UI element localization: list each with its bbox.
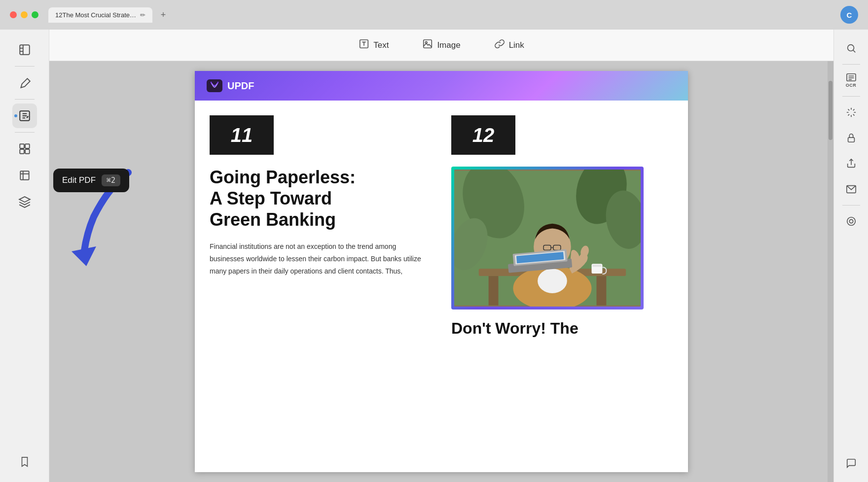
traffic-lights — [10, 11, 38, 18]
sidebar-icon-annotate[interactable] — [12, 70, 37, 95]
svg-point-49 — [849, 219, 853, 223]
right-sidebar: OCR — [833, 30, 868, 482]
pdf-page: UPDF 11 Going Paperless:A Step TowardGre… — [195, 71, 688, 472]
main-content: UPDF 11 Going Paperless:A Step TowardGre… — [49, 61, 833, 482]
maximize-button[interactable] — [32, 11, 38, 18]
image-icon — [422, 38, 433, 52]
section-12-image — [451, 167, 644, 310]
svg-rect-0 — [20, 45, 30, 55]
section-11-heading: Going Paperless:A Step TowardGreen Banki… — [210, 167, 432, 231]
tab-area: 12The Most Crucial Strate… ✏ + — [48, 7, 170, 23]
brand-name: UPDF — [227, 80, 254, 92]
sidebar-icon-book[interactable] — [12, 37, 37, 62]
svg-line-41 — [853, 50, 855, 52]
svg-rect-9 — [25, 144, 30, 148]
title-bar: 12The Most Crucial Strate… ✏ + C — [0, 0, 868, 30]
minimize-button[interactable] — [21, 11, 28, 18]
sidebar-icon-organize[interactable] — [12, 137, 37, 161]
svg-rect-12 — [20, 171, 29, 179]
sidebar-divider-1 — [15, 66, 35, 67]
svg-rect-10 — [20, 149, 24, 154]
section-12-subheading: Don't Worry! The — [451, 319, 673, 338]
sidebar-icon-crop[interactable] — [12, 163, 37, 188]
toolbar-link-button[interactable]: Link — [487, 34, 531, 56]
toolbar-text-button[interactable]: Text — [352, 34, 396, 56]
active-indicator — [14, 114, 17, 117]
svg-point-50 — [847, 217, 855, 226]
right-divider-3 — [842, 205, 860, 206]
avatar[interactable]: C — [840, 6, 858, 24]
svg-rect-46 — [848, 138, 854, 142]
tab-edit-icon[interactable]: ✏ — [140, 11, 145, 19]
top-toolbar: Text Image Link — [49, 30, 833, 61]
text-icon — [359, 38, 369, 52]
share-right-icon[interactable] — [840, 153, 862, 174]
tab-active[interactable]: 12The Most Crucial Strate… ✏ — [48, 7, 152, 23]
sidebar-divider-3 — [15, 132, 35, 133]
right-divider-2 — [842, 96, 860, 97]
ocr-label: OCR — [846, 83, 857, 88]
tooltip-shortcut: ⌘2 — [102, 174, 120, 186]
image-border — [451, 167, 644, 310]
comment-right-icon[interactable] — [840, 452, 862, 474]
pdf-section-11: 11 Going Paperless:A Step TowardGreen Ba… — [210, 115, 441, 338]
scrollbar-track[interactable] — [828, 61, 833, 482]
svg-point-27 — [538, 269, 567, 293]
new-tab-button[interactable]: + — [156, 8, 170, 22]
text-label: Text — [373, 40, 389, 50]
sidebar-bottom — [12, 449, 37, 474]
app-body: Text Image Link — [0, 30, 868, 482]
tooltip-label: Edit PDF — [62, 175, 96, 185]
svg-rect-16 — [424, 40, 432, 48]
tab-title: 12The Most Crucial Strate… — [55, 11, 136, 19]
left-sidebar — [0, 30, 49, 482]
svg-rect-8 — [20, 144, 24, 148]
updf-logo-icon — [207, 79, 222, 92]
tooltip-bubble: Edit PDF ⌘2 — [53, 169, 129, 192]
svg-point-40 — [847, 45, 854, 51]
sidebar-divider-2 — [15, 99, 35, 100]
sidebar-icon-layers[interactable] — [12, 190, 37, 214]
ocr-right-icon[interactable]: OCR — [840, 69, 862, 91]
svg-rect-25 — [596, 276, 606, 306]
protect-right-icon[interactable] — [840, 127, 862, 149]
image-inner — [454, 170, 641, 307]
scrollbar-thumb[interactable] — [829, 81, 832, 140]
updf-logo: UPDF — [207, 79, 254, 92]
section-12-number: 12 — [451, 115, 515, 155]
save-right-icon[interactable] — [840, 210, 862, 232]
pdf-body: 11 Going Paperless:A Step TowardGreen Ba… — [195, 101, 688, 338]
sidebar-icon-bookmark[interactable] — [12, 449, 37, 474]
svg-rect-38 — [593, 265, 602, 267]
section-11-number: 11 — [210, 115, 274, 155]
toolbar-image-button[interactable]: Image — [415, 34, 467, 56]
pdf-header: UPDF — [195, 71, 688, 101]
link-icon — [494, 38, 505, 52]
sidebar-icon-edit-pdf[interactable] — [12, 103, 37, 128]
svg-rect-24 — [489, 276, 499, 306]
right-sidebar-bottom — [840, 452, 862, 474]
link-label: Link — [509, 40, 524, 50]
close-button[interactable] — [10, 11, 17, 18]
pdf-section-12: 12 — [441, 115, 673, 338]
right-divider-1 — [842, 64, 860, 65]
section-11-body: Financial institutions are not an except… — [210, 241, 432, 278]
image-label: Image — [437, 40, 460, 50]
search-right-icon[interactable] — [840, 37, 862, 59]
svg-rect-11 — [25, 149, 30, 154]
mail-right-icon[interactable] — [840, 178, 862, 200]
convert-right-icon[interactable] — [840, 102, 862, 123]
